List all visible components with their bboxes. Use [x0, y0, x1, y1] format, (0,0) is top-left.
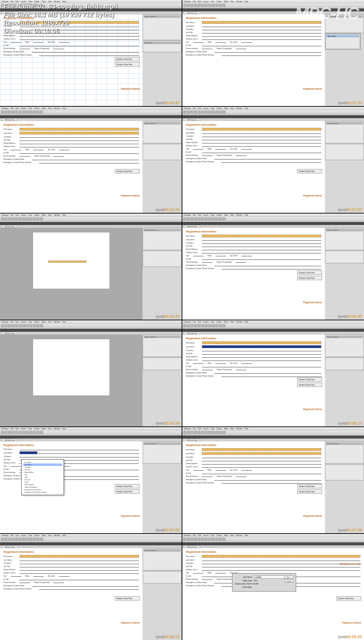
- text-field[interactable]: [20, 128, 139, 131]
- thumbnail[interactable]: InDesignFileEditLayoutTypeObjectTableVie…: [0, 214, 182, 320]
- watermark-text: MPC-HC: [295, 4, 359, 23]
- text-field[interactable]: [202, 452, 321, 455]
- panels-dock[interactable]: Buttons and Forms PDF Options: [143, 14, 182, 106]
- thumbnail[interactable]: InDesignFileEditLayoutTypeObjectTableVie…: [0, 534, 182, 640]
- thumbnail-grid: InDesignFileEditLayoutTypeObjectTableVie…: [0, 0, 364, 640]
- text-field[interactable]: [202, 448, 321, 451]
- text-field-selected[interactable]: [20, 451, 37, 454]
- thumbnail[interactable]: InDesignFileEditLayoutTypeObjectTableVie…: [0, 107, 182, 213]
- text-field-selected[interactable]: [202, 345, 321, 348]
- document-canvas[interactable]: [33, 339, 109, 396]
- text-field[interactable]: [48, 261, 86, 263]
- layers-panel-popup[interactable]: First Name Last Name Company Job Title S…: [21, 459, 64, 495]
- text-field[interactable]: [20, 132, 139, 135]
- cancel-button[interactable]: Cancel: [284, 579, 294, 583]
- text-field[interactable]: [202, 235, 321, 237]
- text-field[interactable]: [20, 555, 139, 558]
- text-field[interactable]: [202, 128, 321, 131]
- thumbnail[interactable]: InDesignFileEditLayoutTypeObjectTableVie…: [182, 214, 364, 320]
- pass-option[interactable]: Student 1-Day Pass: [115, 57, 140, 61]
- thumbnail[interactable]: InDesignFileEditLayoutTypeObjectTableVie…: [182, 107, 364, 213]
- thumbnail[interactable]: InDesignFileEditLayoutTypeObjectTableVie…: [0, 320, 182, 426]
- thumbnail[interactable]: InDesignFileEditLayoutTypeObjectTableVie…: [0, 427, 182, 533]
- document-canvas[interactable]: [33, 232, 109, 289]
- object-states-panel[interactable]: Object States: [325, 33, 360, 49]
- item-info-dialog[interactable]: OK Cancel Item Name:textfield Object Typ…: [232, 573, 296, 592]
- file-info-overlay: File Name: 02_03-copying_fields.mp4 File…: [4, 3, 117, 36]
- thumbnail[interactable]: InDesignFileEditLayoutTypeObjectTableVie…: [182, 320, 364, 426]
- thumbnail[interactable]: InDesignFileEditLayoutTypeObjectTableVie…: [182, 534, 364, 640]
- pass-option[interactable]: Student 2-Day Pass: [115, 62, 140, 67]
- thumbnail[interactable]: InDesignFileEditLayoutTypeObjectTableVie…: [182, 427, 364, 533]
- text-field[interactable]: [202, 555, 360, 558]
- text-field[interactable]: [202, 341, 321, 344]
- ok-button[interactable]: OK: [284, 576, 294, 579]
